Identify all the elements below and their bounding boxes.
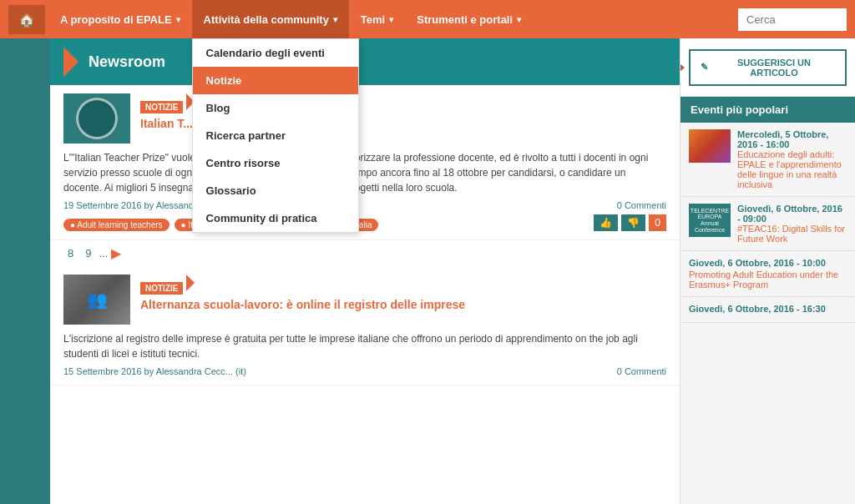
event-2-title[interactable]: #TEAC16: Digital Skills for Future Work	[737, 224, 847, 244]
content-area: Newsroom NOTIZIE Italian T... L'"Italian…	[50, 38, 680, 504]
article-2-thumb: 👥	[63, 275, 130, 325]
event-1-thumb	[689, 129, 731, 163]
suggest-arrow-icon	[680, 47, 685, 88]
newsroom-arrow-icon	[63, 47, 78, 77]
pagination: 8 9 ... ▶	[50, 240, 680, 266]
dd-community[interactable]: Community di pratica	[193, 204, 358, 232]
event-2: TELECENTRE EUROPA Annual Conference Giov…	[680, 197, 855, 251]
event-3: Giovedì, 6 Ottobre, 2016 - 10:00 Promoti…	[680, 251, 855, 297]
telecentre-label: TELECENTRE EUROPA Annual Conference	[691, 208, 729, 234]
eventi-header: Eventi più popolari	[680, 97, 855, 123]
article-2-title[interactable]: Alternanza scuola-lavoro: è online il re…	[140, 298, 666, 311]
right-sidebar: ✎ SUGGERISCI UN ARTICOLO Eventi più popo…	[680, 38, 855, 504]
article-1: NOTIZIE Italian T... L'"Italian Teacher …	[50, 85, 680, 240]
people-icon: 👥	[63, 275, 130, 325]
nav-label: Attività della community	[204, 13, 329, 26]
vote-up-button[interactable]: 👍	[594, 214, 618, 231]
article-2-comments: 0 Commenti	[617, 366, 666, 376]
notizie-badge-2: NOTIZIE	[140, 282, 183, 295]
svg-marker-0	[680, 47, 685, 88]
newsroom-header: Newsroom	[50, 38, 680, 85]
event-3-title[interactable]: Promoting Adult Education under the Eras…	[689, 270, 847, 290]
chevron-down-icon: ▾	[389, 15, 393, 24]
dd-blog[interactable]: Blog	[193, 94, 358, 122]
dd-notizie[interactable]: Notizie	[193, 67, 358, 94]
chevron-down-icon: ▾	[333, 15, 337, 24]
nav-label: Strumenti e portali	[417, 13, 513, 26]
nav-item-temi[interactable]: Temi ▾	[349, 0, 405, 38]
dd-ricerca[interactable]: Ricerca partner	[193, 122, 358, 149]
chevron-down-icon: ▾	[176, 15, 180, 24]
event-4-date: Giovedì, 6 Ottobre, 2016 - 16:30	[689, 304, 847, 314]
page-dots: ...	[99, 247, 108, 260]
eventi-title: Eventi più popolari	[691, 103, 788, 116]
newsroom-title: Newsroom	[89, 53, 165, 71]
chevron-down-icon: ▾	[517, 15, 521, 24]
notizie-badge-1: NOTIZIE	[140, 101, 183, 113]
vote-down-button[interactable]: 👎	[621, 214, 645, 231]
page-8[interactable]: 8	[63, 245, 78, 261]
event-4: Giovedì, 6 Ottobre, 2016 - 16:30	[680, 297, 855, 323]
page-9[interactable]: 9	[81, 245, 95, 261]
left-sidebar	[0, 38, 50, 504]
event-1: Mercoledì, 5 Ottobre, 2016 - 16:00 Educa…	[680, 123, 855, 197]
article-2-body: L'iscrizione al registro delle imprese è…	[63, 331, 666, 361]
article-1-body: L'"Italian Teacher Prize" vuole essere u…	[63, 150, 666, 195]
event-1-title[interactable]: Educazione degli adulti: EPALE e l'appre…	[737, 149, 847, 189]
event-3-date: Giovedì, 6 Ottobre, 2016 - 10:00	[689, 258, 847, 268]
dd-glossario[interactable]: Glossario	[193, 177, 358, 204]
article-1-comments: 0 Commenti	[617, 200, 666, 210]
article-1-thumb	[63, 93, 130, 144]
event-2-date: Giovedì, 6 Ottobre, 2016 - 09:00	[737, 204, 847, 224]
tag-adult-learning[interactable]: ● Adult learning teachers	[63, 219, 169, 231]
nav-label: A proposito di EPALE	[60, 13, 172, 26]
nav-item-community[interactable]: Attività della community ▾ Calendario de…	[192, 0, 349, 38]
page-next-icon[interactable]: ▶	[111, 245, 121, 261]
nav-label: Temi	[361, 13, 385, 26]
suggest-label: SUGGERISCI UN ARTICOLO	[713, 58, 835, 78]
vote-count: 0	[649, 214, 666, 231]
dd-calendario[interactable]: Calendario degli eventi	[193, 39, 358, 67]
event-2-info: Giovedì, 6 Ottobre, 2016 - 09:00 #TEAC16…	[737, 204, 847, 244]
suggest-area: ✎ SUGGERISCI UN ARTICOLO	[680, 38, 855, 97]
suggest-button[interactable]: ✎ SUGGERISCI UN ARTICOLO	[689, 49, 847, 86]
event-1-date: Mercoledì, 5 Ottobre, 2016 - 16:00	[737, 129, 847, 149]
article-2-meta: 15 Settembre 2016 by Alessandra Cecc... …	[63, 366, 666, 376]
nav-item-strumenti[interactable]: Strumenti e portali ▾	[405, 0, 533, 38]
event-1-info: Mercoledì, 5 Ottobre, 2016 - 16:00 Educa…	[737, 129, 847, 189]
top-nav: 🏠 A proposito di EPALE ▾ Attività della …	[0, 0, 855, 38]
article-2: 👥 NOTIZIE Alternanza scuola-lavoro: è on…	[50, 266, 680, 386]
globe-icon	[76, 98, 118, 139]
article-1-meta: 19 Settembre 2016 by Alessandra Cecc... …	[63, 200, 666, 210]
article-2-date: 15 Settembre 2016 by Alessandra Cecc... …	[63, 366, 246, 376]
nav-item-epale[interactable]: A proposito di EPALE ▾	[48, 0, 192, 38]
event-2-thumb: TELECENTRE EUROPA Annual Conference	[689, 204, 731, 237]
home-button[interactable]: 🏠	[8, 5, 45, 34]
search-input[interactable]	[738, 8, 847, 31]
pencil-icon: ✎	[701, 62, 708, 73]
main-layout: Newsroom NOTIZIE Italian T... L'"Italian…	[0, 38, 855, 504]
badge-arrow-icon-2	[186, 275, 195, 291]
community-dropdown: Calendario degli eventi Notizie Blog Ric…	[192, 38, 359, 233]
vote-buttons: 👍 👎 0	[594, 214, 666, 231]
dd-centro[interactable]: Centro risorse	[193, 149, 358, 177]
